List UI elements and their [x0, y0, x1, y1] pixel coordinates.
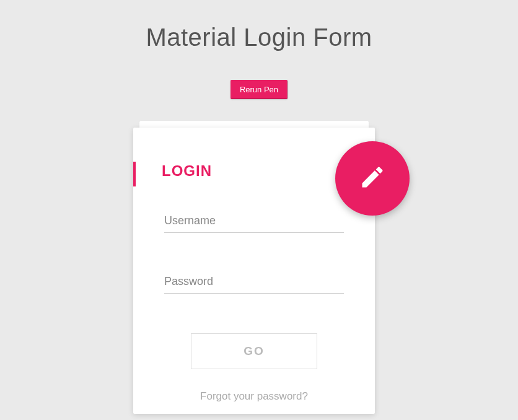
- register-fab-button[interactable]: [335, 141, 410, 216]
- password-field-wrapper: Password: [164, 273, 344, 294]
- username-field-wrapper: Username: [164, 212, 344, 233]
- pencil-icon: [359, 164, 386, 193]
- accent-bar: [133, 162, 136, 186]
- password-input[interactable]: [164, 273, 344, 294]
- login-title: LOGIN: [162, 162, 346, 180]
- submit-button[interactable]: GO: [191, 333, 317, 369]
- page-title: Material Login Form: [0, 24, 518, 51]
- rerun-pen-button[interactable]: Rerun Pen: [230, 80, 288, 99]
- username-input[interactable]: [164, 212, 344, 233]
- login-card: LOGIN Username Password GO Forgot your p…: [133, 128, 375, 414]
- login-form: Username Password GO Forgot your passwor…: [133, 180, 375, 403]
- forgot-password-link[interactable]: Forgot your password?: [164, 390, 344, 403]
- card-header: LOGIN: [133, 128, 375, 180]
